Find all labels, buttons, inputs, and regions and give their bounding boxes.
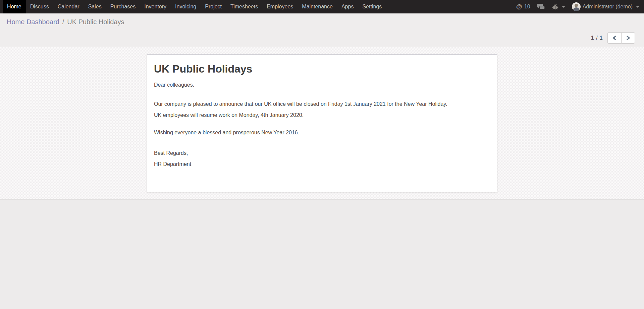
nav-item-sales[interactable]: Sales	[84, 0, 106, 13]
breadcrumb-separator: /	[62, 18, 64, 26]
breadcrumb-current: UK Public Holidays	[67, 18, 124, 26]
user-avatar	[572, 2, 581, 11]
nav-item-inventory[interactable]: Inventory	[140, 0, 171, 13]
caret-down-icon	[562, 6, 565, 8]
pager-previous-button[interactable]	[607, 32, 621, 44]
control-panel: Home Dashboard / UK Public Holidays 1 / …	[0, 13, 644, 47]
bug-icon	[552, 4, 558, 10]
nav-item-maintenance[interactable]: Maintenance	[298, 0, 337, 13]
nav-item-calendar[interactable]: Calendar	[53, 0, 84, 13]
memo-paragraph: Our company is pleased to announce that …	[154, 100, 490, 108]
mentions-button[interactable]: @ 10	[516, 4, 530, 10]
pager-button-group	[607, 32, 635, 44]
memo-paragraph: Best Regards,	[154, 149, 490, 157]
nav-item-timesheets[interactable]: Timesheets	[226, 0, 262, 13]
debug-menu-button[interactable]	[552, 4, 565, 10]
pager-counter: 1 / 1	[591, 35, 603, 41]
at-icon: @	[516, 4, 522, 10]
memo-paragraph: HR Department	[154, 160, 490, 168]
mention-count: 10	[524, 4, 530, 10]
nav-item-employees[interactable]: Employees	[262, 0, 298, 13]
breadcrumb: Home Dashboard / UK Public Holidays	[7, 18, 124, 26]
nav-item-invoicing[interactable]: Invoicing	[171, 0, 201, 13]
nav-item-home[interactable]: Home	[3, 0, 26, 13]
user-name: Administrator (demo)	[583, 4, 633, 10]
memo-paragraph: Dear colleagues,	[154, 81, 490, 89]
nav-item-purchases[interactable]: Purchases	[106, 0, 140, 13]
page-background	[0, 200, 644, 309]
user-menu[interactable]: Administrator (demo)	[572, 2, 639, 11]
pager-next-button[interactable]	[621, 32, 635, 44]
chat-bubbles-icon	[537, 3, 545, 10]
chevron-left-icon	[612, 36, 616, 40]
nav-item-settings[interactable]: Settings	[358, 0, 386, 13]
memo-paragraph: Wishing everyone a blessed and prosperou…	[154, 129, 490, 137]
caret-down-icon	[636, 6, 639, 8]
memo-title: UK Public Holidays	[154, 62, 490, 76]
top-navbar: Home Discuss Calendar Sales Purchases In…	[0, 0, 644, 13]
pager: 1 / 1	[591, 32, 635, 44]
app-menu: Home Discuss Calendar Sales Purchases In…	[3, 0, 386, 13]
nav-item-apps[interactable]: Apps	[337, 0, 358, 13]
chevron-right-icon	[626, 36, 630, 40]
content-area: UK Public Holidays Dear colleagues, Our …	[0, 47, 644, 200]
nav-item-project[interactable]: Project	[201, 0, 226, 13]
messages-button[interactable]	[537, 3, 545, 10]
systray: @ 10	[516, 0, 639, 13]
memo-card: UK Public Holidays Dear colleagues, Our …	[147, 54, 497, 192]
memo-paragraph: UK employees will resume work on Monday,…	[154, 111, 490, 119]
breadcrumb-home-dashboard-link[interactable]: Home Dashboard	[7, 18, 59, 26]
nav-item-discuss[interactable]: Discuss	[26, 0, 53, 13]
